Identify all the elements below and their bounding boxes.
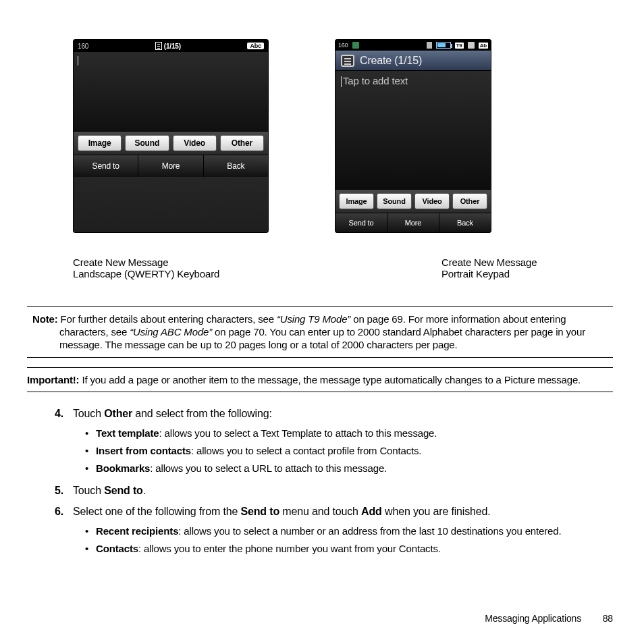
caption-landscape-line2: Landscape (QWERTY) Keyboard [73,268,269,279]
image-button[interactable]: Image [339,193,374,209]
page-indicator-text: (1/15) [164,43,181,50]
bullet-term: Contacts [96,543,138,554]
step-text-pre: Select one of the following from the [73,506,240,517]
t9-badge: T9 [455,43,464,49]
softkey-back[interactable]: Back [439,213,491,232]
step-6-bullets: Recent recipients: allows you to select … [27,525,613,556]
page-footer: Messaging Applications 88 [485,613,613,624]
step-text-pre: Touch [73,408,104,419]
char-counter: 160 [78,43,88,50]
step-number: 4. [27,406,73,421]
message-textarea[interactable]: Tap to add text [336,71,491,190]
bullet-term: Insert from contacts [96,445,191,456]
softkey-bar: Send to More Back [336,213,491,232]
bullet-desc: : allows you to select a URL to attach t… [150,462,387,474]
list-item: Text template: allows you to select a Te… [85,427,613,440]
step-number: 6. [27,504,73,519]
note-label: Note: [32,313,58,325]
attachment-bar: Image Sound Video Other [336,190,491,213]
step-6: 6. Select one of the following from the … [27,504,613,519]
step-text-mid: menu and touch [279,506,361,517]
ab-badge: Ab [479,43,488,49]
step-text-bold2: Add [361,506,382,517]
body-text: Note: For further details about entering… [27,306,613,563]
list-item: Insert from contacts: allows you to sele… [85,444,613,458]
page-icon [155,42,162,50]
step-text-post: when you are finished. [382,506,491,517]
status-bar: 160 (1/15) Abc [74,40,268,52]
step-4: 4. Touch Other and select from the follo… [27,406,613,421]
video-button[interactable]: Video [414,193,450,209]
menu-icon[interactable] [341,55,354,67]
other-button[interactable]: Other [220,135,264,151]
attachment-bar: Image Sound Video Other [74,132,268,155]
caption-portrait-line1: Create New Message [441,257,598,268]
text-cursor-icon [341,76,342,87]
steps-list: 4. Touch Other and select from the follo… [27,406,613,556]
important-block: Important!: If you add a page or another… [27,368,613,392]
status-bar: 160 T9 Ab [336,40,491,51]
textarea-placeholder: Tap to add text [343,75,408,86]
sim2-icon [468,42,475,49]
note-block: Note: For further details about entering… [27,307,613,357]
divider [27,357,613,358]
sound-button[interactable]: Sound [125,135,169,151]
list-item: Contacts: allows you to enter the phone … [85,542,613,556]
step-text-pre: Touch [73,485,104,496]
step-text-bold: Send to [104,485,143,496]
bullet-term: Text template [96,427,159,439]
page-indicator: (1/15) [94,42,242,50]
note-text-1: For further details about entering chara… [61,313,277,325]
input-mode-badge: Abc [247,43,264,49]
step-number: 5. [27,483,73,498]
step-5: 5. Touch Send to. [27,483,613,498]
softkey-more[interactable]: More [387,213,439,232]
divider [27,392,613,392]
bullet-desc: : allows you to select a number or an ad… [178,525,561,537]
bullet-desc: : allows you to select a contact profile… [191,445,421,456]
step-text-post: . [143,485,146,496]
step-text-bold1: Send to [240,506,279,517]
caption-portrait-line2: Portrait Keypad [441,268,598,279]
text-cursor-icon [78,56,78,65]
softkey-more[interactable]: More [138,155,203,177]
title-text: Create (1/15) [360,55,422,67]
caption-landscape-line1: Create New Message [73,257,269,268]
softkey-bar: Send to More Back [74,155,268,177]
bullet-term: Recent recipients [96,525,178,537]
note-ref-abc: “Using ABC Mode” [130,326,212,338]
softkey-sendto[interactable]: Send to [74,155,138,177]
bullet-desc: : allows you to select a Text Template t… [159,427,437,439]
step-text-post: and select from the following: [132,408,272,419]
footer-section: Messaging Applications [485,613,581,624]
char-counter: 160 [338,42,348,49]
list-item: Recent recipients: allows you to select … [85,525,613,538]
list-item: Bookmarks: allows you to select a URL to… [85,462,613,475]
footer-page-number: 88 [603,613,613,624]
other-button[interactable]: Other [452,193,487,209]
sound-button[interactable]: Sound [377,193,412,209]
important-text: If you add a page or another item to the… [82,374,581,385]
sim-icon [352,42,359,49]
softkey-back[interactable]: Back [204,155,268,177]
softkey-sendto[interactable]: Send to [336,213,387,232]
screenshot-portrait: 160 T9 Ab Create (1/15) Tap to add text … [335,39,491,233]
step-text-bold: Other [104,408,132,419]
battery-icon [436,42,451,49]
important-label: Important!: [27,374,79,385]
signal-icon [427,42,432,49]
note-ref-t9: “Using T9 Mode” [277,313,350,325]
message-textarea[interactable] [74,52,268,132]
bullet-term: Bookmarks [96,462,150,474]
bullet-desc: : allows you to enter the phone number y… [138,543,441,554]
step-4-bullets: Text template: allows you to select a Te… [27,427,613,476]
video-button[interactable]: Video [173,135,217,151]
title-bar: Create (1/15) [336,51,491,71]
screenshot-landscape: 160 (1/15) Abc Image Sound Video Other S… [73,39,269,233]
image-button[interactable]: Image [78,135,122,151]
